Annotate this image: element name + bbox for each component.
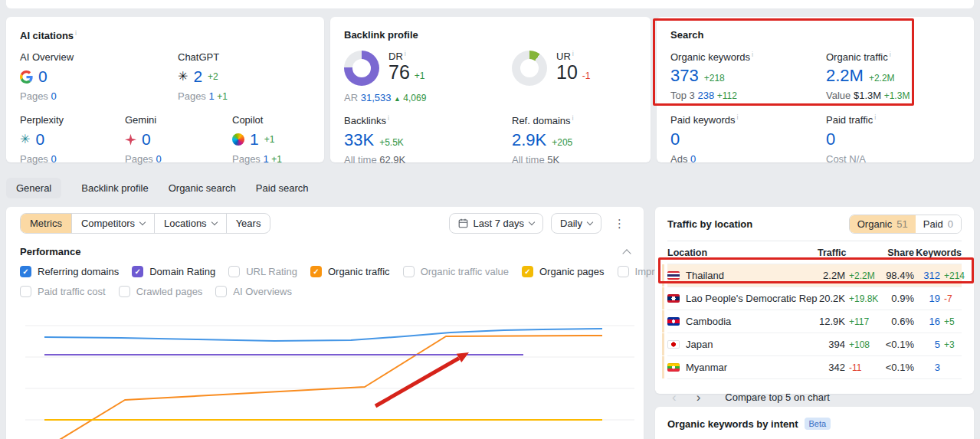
organic-traffic-value[interactable]: 2.2M	[826, 67, 864, 84]
ur-value: 10	[556, 62, 578, 82]
ads-value[interactable]: 0	[690, 153, 696, 165]
keywords-link[interactable]: 16	[914, 316, 940, 327]
checkbox-unchecked[interactable]	[618, 266, 629, 277]
more-options-button[interactable]: ⋮	[609, 215, 630, 232]
pages-count[interactable]: 0	[156, 153, 162, 165]
backlink-profile-title: Backlink profile	[344, 29, 418, 41]
chevron-down-icon	[211, 219, 217, 225]
location-row-japan[interactable]: Japan 394 +108 <0.1% 5 +3	[667, 333, 962, 355]
metric-ai-overviews[interactable]: AI Overviews	[215, 286, 292, 297]
backlinks-stat: Backlinksi 33K+5.5K All time 62.9K	[344, 114, 512, 165]
metric-organic-traffic[interactable]: ✓Organic traffic	[310, 266, 390, 277]
metric-organic-pages[interactable]: ✓Organic pages	[522, 266, 605, 277]
keywords-link[interactable]: 5	[914, 339, 940, 350]
checkbox-unchecked[interactable]	[403, 266, 415, 277]
myanmar-flag-icon	[667, 363, 680, 372]
pages-count[interactable]: 1	[209, 90, 215, 102]
metric-referring-domains[interactable]: ✓Referring domains	[20, 266, 119, 277]
paid-traffic-value[interactable]: 0	[826, 130, 835, 148]
checkbox-checked[interactable]: ✓	[522, 266, 533, 277]
granularity-button[interactable]: Daily	[551, 213, 601, 234]
checkbox-checked[interactable]: ✓	[20, 266, 31, 277]
location-row-laos[interactable]: Lao People's Democratic Reput 20.2K +19.…	[667, 287, 962, 310]
calendar-icon	[458, 218, 468, 228]
ai-citations-title: AI citations	[20, 30, 74, 41]
checkbox-checked[interactable]: ✓	[132, 266, 143, 277]
thailand-flag-icon	[667, 271, 680, 280]
metric-organic-traffic-value[interactable]: Organic traffic value	[403, 266, 509, 277]
dr-value: 76	[388, 62, 410, 82]
ref-domains-value[interactable]: 2.9K	[512, 131, 546, 149]
ahrefs-dashboard: { "ai_citations": { "title": "AI citatio…	[0, 0, 980, 439]
ai-overview-count[interactable]: 0	[38, 67, 48, 86]
ai-item-ai-overview: AI Overview 0 Pages 0	[20, 51, 178, 102]
info-icon: i	[572, 50, 574, 57]
tab-paid-search[interactable]: Paid search	[256, 178, 309, 198]
tab-organic-search[interactable]: Organic search	[169, 178, 236, 198]
keywords-link[interactable]: 3	[914, 362, 940, 373]
paid-traffic-stat: Paid traffici 0 Cost N/A	[826, 113, 960, 164]
segment-years[interactable]: Years	[226, 214, 270, 233]
checkbox-unchecked[interactable]	[119, 286, 130, 297]
date-range-button[interactable]: Last 7 days	[449, 213, 544, 234]
copilot-count[interactable]: 1	[250, 130, 259, 149]
keywords-link[interactable]: 19	[914, 293, 940, 304]
google-icon	[20, 70, 33, 84]
metric-toggles-row-2: Paid traffic cost Crawled pages AI Overv…	[6, 286, 644, 297]
segment-competitors[interactable]: Competitors	[71, 214, 154, 233]
segment-locations[interactable]: Locations	[154, 214, 226, 233]
metric-domain-rating[interactable]: ✓Domain Rating	[132, 266, 215, 277]
keywords-link[interactable]: 312	[914, 270, 940, 281]
organic-keywords-value[interactable]: 373	[670, 67, 699, 84]
pages-count[interactable]: 0	[51, 153, 57, 165]
next-page-chevron[interactable]: ›	[692, 392, 706, 403]
ar-value[interactable]: 31,533	[361, 92, 392, 103]
metric-paid-traffic-cost[interactable]: Paid traffic cost	[20, 286, 106, 297]
toggle-paid[interactable]: Paid0	[916, 215, 961, 233]
organic-traffic-stat: Organic traffici 2.2M+2.2M Value $1.3M +…	[826, 51, 960, 101]
ai-item-gemini: Gemini 0 Pages 0	[125, 114, 232, 165]
copilot-delta: +1	[264, 134, 275, 145]
pages-count[interactable]: 0	[51, 90, 57, 102]
pages-row: Pages 1 +1	[178, 90, 310, 102]
checkbox-unchecked[interactable]	[20, 286, 31, 297]
info-icon: i	[890, 51, 891, 58]
paid-keywords-value[interactable]: 0	[670, 130, 680, 148]
top3-value[interactable]: 238	[697, 90, 714, 101]
metric-crawled-pages[interactable]: Crawled pages	[119, 286, 203, 297]
collapse-chevron-icon[interactable]	[622, 249, 631, 257]
backlinks-value[interactable]: 33K	[344, 131, 374, 149]
location-row-thailand[interactable]: Thailand 2.2M +2.2M 98.4% 312 +214	[667, 264, 962, 287]
chevron-down-icon	[139, 219, 146, 225]
chevron-down-icon	[529, 219, 535, 225]
checkbox-checked[interactable]: ✓	[310, 266, 322, 277]
pages-row: Pages 0	[125, 153, 232, 165]
segment-metrics[interactable]: Metrics	[21, 214, 71, 233]
metric-url-rating[interactable]: URL Rating	[228, 266, 297, 277]
perplexity-count[interactable]: 0	[35, 130, 44, 149]
pages-count[interactable]: 1	[264, 153, 269, 165]
location-row-cambodia[interactable]: Cambodia 12.9K +117 0.6% 16 +5	[667, 310, 962, 333]
checkbox-unchecked[interactable]	[228, 266, 240, 277]
ai-item-chatgpt: ChatGPT ✳ 2 +2 Pages 1 +1	[178, 51, 310, 102]
keywords-by-intent-card: Organic keywords by intent Beta	[655, 407, 974, 439]
dr-delta: +1	[415, 66, 425, 86]
tab-backlink-profile[interactable]: Backlink profile	[81, 178, 148, 198]
ai-item-name: Perplexity	[20, 114, 125, 126]
series-line-referring-domains	[44, 329, 602, 341]
tab-general[interactable]: General	[6, 178, 61, 198]
gemini-count[interactable]: 0	[142, 130, 151, 149]
chatgpt-count[interactable]: 2	[193, 67, 202, 86]
toggle-organic[interactable]: Organic51	[850, 215, 916, 233]
info-icon: i	[388, 114, 389, 122]
up-triangle-icon: ▲	[394, 95, 401, 103]
dr-label: DR	[388, 51, 403, 62]
backlink-profile-card: Backlink profile DRi 76+1 AR 31,533 ▲ 4,…	[330, 17, 651, 162]
annotation-arrow-shaft	[375, 358, 459, 406]
ai-item-perplexity: Perplexity ✳ 0 Pages 0	[20, 114, 125, 165]
prev-page-chevron[interactable]: ‹	[667, 392, 681, 403]
checkbox-unchecked[interactable]	[215, 286, 227, 297]
gemini-icon	[125, 134, 136, 146]
location-row-myanmar[interactable]: Myanmar 342 -11 <0.1% 3	[667, 355, 962, 378]
performance-card: Metrics Competitors Locations Years Last…	[6, 207, 644, 439]
